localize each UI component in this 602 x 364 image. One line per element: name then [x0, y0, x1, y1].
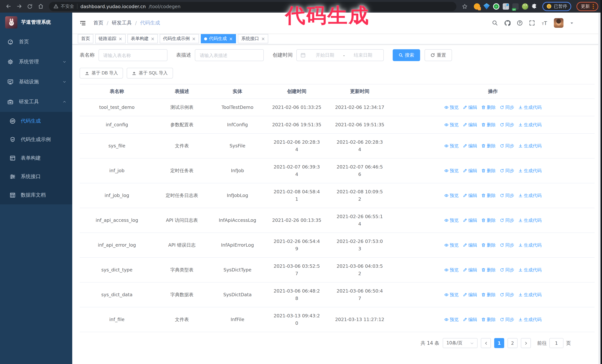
ext-dark-icon[interactable]: on	[512, 3, 519, 10]
browser-menu-icon[interactable]	[593, 4, 594, 9]
sidebar-subitem-3[interactable]: 系统接口	[0, 167, 72, 186]
sync-action[interactable]: 同步	[500, 316, 514, 323]
edit-action[interactable]: 编辑	[463, 241, 477, 249]
bookmark-star-icon[interactable]	[460, 2, 469, 11]
search-icon[interactable]	[492, 20, 498, 26]
search-button[interactable]: 搜索	[393, 49, 420, 61]
ext-orange-icon[interactable]	[474, 3, 480, 10]
preview-action[interactable]: 预览	[444, 241, 459, 249]
preview-action[interactable]: 预览	[444, 192, 459, 199]
import-db-button[interactable]: 基于 DB 导入	[80, 68, 123, 79]
sync-action[interactable]: 同步	[500, 104, 514, 111]
delete-action[interactable]: 删除	[481, 291, 496, 299]
generate-code-action[interactable]: 生成代码	[518, 104, 542, 111]
preview-action[interactable]: 预览	[444, 142, 459, 150]
generate-code-action[interactable]: 生成代码	[518, 167, 542, 174]
page-button-1[interactable]: 1	[494, 338, 504, 348]
edit-action[interactable]: 编辑	[463, 104, 477, 111]
app-logo[interactable]: 芋道管理系统	[0, 13, 72, 32]
import-sql-button[interactable]: 基于 SQL 导入	[127, 68, 173, 79]
generate-code-action[interactable]: 生成代码	[518, 142, 542, 150]
table-name-input[interactable]	[98, 49, 167, 61]
forward-icon[interactable]	[14, 2, 24, 11]
sync-action[interactable]: 同步	[500, 266, 514, 274]
sync-action[interactable]: 同步	[500, 291, 514, 299]
browser-update-button[interactable]: 更新	[576, 2, 598, 11]
goto-page-input[interactable]	[549, 338, 563, 348]
delete-action[interactable]: 删除	[481, 316, 496, 323]
sync-action[interactable]: 同步	[500, 142, 514, 150]
user-avatar[interactable]	[554, 18, 563, 28]
delete-action[interactable]: 删除	[481, 104, 496, 111]
generate-code-action[interactable]: 生成代码	[518, 316, 542, 323]
next-page-button[interactable]	[521, 338, 531, 348]
table-desc-input[interactable]	[195, 49, 264, 61]
sidebar-item-2[interactable]: 基础设施	[0, 72, 72, 92]
edit-action[interactable]: 编辑	[463, 266, 477, 274]
github-icon[interactable]	[504, 20, 510, 26]
delete-action[interactable]: 删除	[481, 121, 496, 128]
font-size-icon[interactable]: TT	[541, 20, 548, 26]
preview-action[interactable]: 预览	[444, 104, 459, 111]
sidebar-item-3[interactable]: 研发工具	[0, 92, 72, 112]
close-tab-icon[interactable]: ×	[229, 36, 233, 41]
page-button-2[interactable]: 2	[507, 338, 517, 348]
generate-code-action[interactable]: 生成代码	[518, 241, 542, 249]
sidebar-subitem-1[interactable]: 代码生成示例	[0, 130, 72, 149]
reset-button[interactable]: 重置	[425, 49, 452, 61]
close-tab-icon[interactable]: ×	[151, 36, 154, 41]
address-bar[interactable]: 不安全 dashboard.yudao.iocoder.cn/tool/code…	[49, 2, 456, 11]
sync-action[interactable]: 同步	[500, 217, 514, 224]
delete-action[interactable]: 删除	[481, 167, 496, 174]
edit-action[interactable]: 编辑	[463, 121, 477, 128]
edit-action[interactable]: 编辑	[463, 142, 477, 150]
sidebar-subitem-4[interactable]: 数据库文档	[0, 186, 72, 204]
page-scrollbar[interactable]	[598, 13, 601, 364]
security-warning[interactable]: 不安全	[53, 3, 74, 10]
prev-page-button[interactable]	[481, 338, 491, 348]
hamburger-icon[interactable]	[78, 18, 87, 28]
generate-code-action[interactable]: 生成代码	[518, 121, 542, 128]
page-size-select[interactable]: 10条/页	[443, 338, 478, 348]
date-range-picker[interactable]: 开始日期 - 结束日期	[296, 49, 384, 61]
breadcrumb-item-0[interactable]: 首页	[93, 20, 103, 26]
delete-action[interactable]: 删除	[481, 266, 496, 274]
sidebar-subitem-0[interactable]: 代码生成	[0, 112, 72, 130]
delete-action[interactable]: 删除	[481, 217, 496, 224]
back-icon[interactable]	[4, 2, 13, 11]
help-icon[interactable]	[517, 20, 523, 26]
ext-grid-icon[interactable]	[503, 3, 509, 10]
sync-action[interactable]: 同步	[500, 121, 514, 128]
tab-4[interactable]: 代码生成×	[201, 34, 236, 43]
tab-2[interactable]: 表单构建×	[128, 34, 158, 43]
sidebar-item-0[interactable]: 首页	[0, 32, 72, 52]
edit-action[interactable]: 编辑	[463, 192, 477, 199]
home-icon[interactable]	[36, 2, 45, 11]
sync-action[interactable]: 同步	[500, 167, 514, 174]
close-tab-icon[interactable]: ×	[192, 36, 196, 41]
profile-chip[interactable]: 已暂停	[542, 2, 571, 11]
generate-code-action[interactable]: 生成代码	[518, 266, 542, 274]
ext-gem-icon[interactable]	[484, 3, 490, 10]
generate-code-action[interactable]: 生成代码	[518, 192, 542, 199]
tab-5[interactable]: 系统接口×	[238, 34, 269, 43]
tab-0[interactable]: 首页	[78, 34, 93, 43]
preview-action[interactable]: 预览	[444, 217, 459, 224]
close-tab-icon[interactable]: ×	[261, 36, 265, 41]
edit-action[interactable]: 编辑	[463, 217, 477, 224]
preview-action[interactable]: 预览	[444, 167, 459, 174]
ext-check-icon[interactable]	[493, 3, 499, 10]
preview-action[interactable]: 预览	[444, 316, 459, 323]
delete-action[interactable]: 删除	[481, 241, 496, 249]
sidebar-item-1[interactable]: 系统管理	[0, 52, 72, 72]
edit-action[interactable]: 编辑	[463, 291, 477, 299]
edit-action[interactable]: 编辑	[463, 167, 477, 174]
fullscreen-icon[interactable]	[529, 20, 535, 26]
breadcrumb-item-1[interactable]: 研发工具	[112, 20, 132, 26]
sync-action[interactable]: 同步	[500, 192, 514, 199]
edit-action[interactable]: 编辑	[463, 316, 477, 323]
ext-frog-icon[interactable]	[522, 3, 528, 10]
tab-1[interactable]: 链路追踪×	[95, 34, 126, 43]
caret-down-icon[interactable]	[570, 21, 574, 25]
reload-icon[interactable]	[25, 2, 34, 11]
